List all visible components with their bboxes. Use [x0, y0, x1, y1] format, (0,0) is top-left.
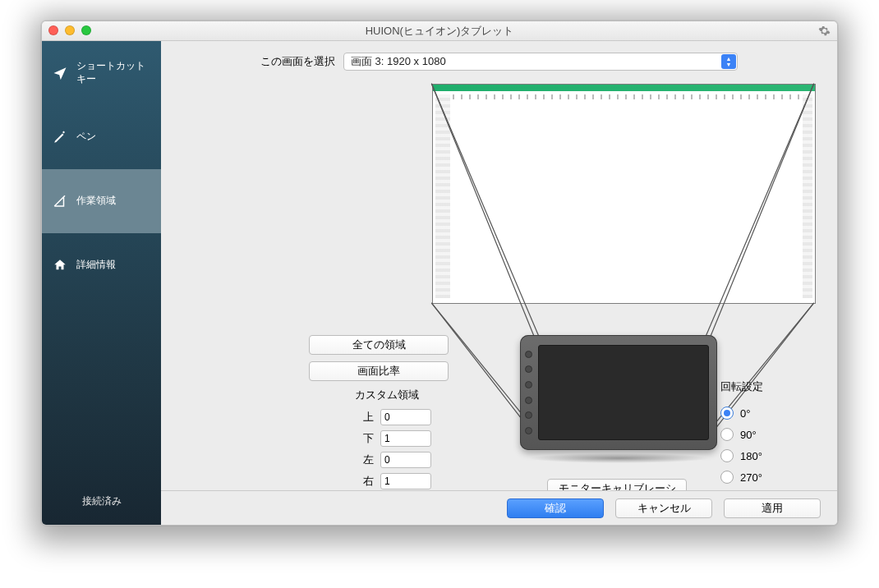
- minimize-icon[interactable]: [65, 25, 75, 35]
- monitor-preview[interactable]: [432, 84, 816, 304]
- ok-button[interactable]: 確認: [507, 498, 604, 518]
- bottom-input[interactable]: [380, 430, 431, 447]
- main-panel: この画面を選択 画面 3: 1920 x 1080 ▲▼: [161, 41, 837, 525]
- sidebar-item-label: ショートカットキー: [76, 60, 151, 85]
- sidebar-item-work-area[interactable]: 作業領域: [42, 169, 161, 233]
- rotate-option-label: 270°: [740, 471, 762, 484]
- screen-select-label: この画面を選択: [260, 54, 335, 69]
- rotate-option-0[interactable]: 0°: [720, 402, 811, 424]
- cancel-button[interactable]: キャンセル: [615, 498, 712, 518]
- sidebar-item-label: 作業領域: [76, 195, 116, 208]
- custom-area-title: カスタム領域: [313, 388, 461, 402]
- window-title: HUION(ヒュイオン)タブレット: [42, 24, 837, 39]
- preferences-window: HUION(ヒュイオン)タブレット ショートカットキー ペン: [41, 21, 838, 526]
- radio-icon: [720, 449, 734, 462]
- rotate-option-label: 180°: [740, 450, 762, 462]
- titlebar: HUION(ヒュイオン)タブレット: [42, 21, 837, 41]
- screen-select-value: 画面 3: 1920 x 1080: [351, 54, 446, 69]
- top-label: 上: [357, 410, 374, 425]
- screen-select[interactable]: 画面 3: 1920 x 1080 ▲▼: [343, 53, 738, 71]
- sidebar-item-about[interactable]: 詳細情報: [42, 233, 161, 297]
- ruler-icon: [52, 193, 68, 209]
- rotate-option-90[interactable]: 90°: [720, 424, 811, 445]
- dialog-footer: 確認 キャンセル 適用: [161, 490, 837, 525]
- right-input[interactable]: [380, 473, 431, 489]
- radio-icon: [720, 471, 734, 484]
- gear-icon[interactable]: [818, 25, 831, 40]
- apply-button[interactable]: 適用: [724, 498, 821, 518]
- sidebar-item-shortcut-keys[interactable]: ショートカットキー: [42, 41, 161, 105]
- radio-icon: [720, 428, 734, 441]
- left-input[interactable]: [380, 452, 431, 468]
- rotate-title: 回転設定: [720, 379, 811, 394]
- screen-ratio-button[interactable]: 画面比率: [309, 361, 449, 381]
- left-label: 左: [357, 452, 374, 467]
- tablet-preview[interactable]: [520, 335, 717, 450]
- sidebar: ショートカットキー ペン 作業領域 詳細情報 接続済み: [42, 41, 161, 525]
- rotate-option-label: 90°: [740, 429, 757, 441]
- rotate-group: 回転設定 0° 90° 180° 270°: [720, 379, 811, 488]
- right-label: 右: [357, 474, 374, 489]
- full-area-button[interactable]: 全ての領域: [309, 335, 449, 355]
- bottom-label: 下: [357, 431, 374, 446]
- close-icon[interactable]: [48, 25, 58, 35]
- cursor-icon: [52, 65, 68, 81]
- sidebar-item-label: 詳細情報: [76, 259, 116, 272]
- top-input[interactable]: [380, 409, 431, 425]
- home-icon: [52, 257, 68, 273]
- chevron-up-down-icon: ▲▼: [721, 54, 736, 69]
- rotate-option-180[interactable]: 180°: [720, 445, 811, 466]
- rotate-option-270[interactable]: 270°: [720, 466, 811, 488]
- rotate-option-label: 0°: [740, 407, 750, 420]
- radio-icon: [720, 407, 734, 420]
- zoom-icon[interactable]: [81, 25, 91, 35]
- pen-icon: [52, 129, 68, 145]
- sidebar-item-label: ペン: [76, 131, 96, 144]
- sidebar-item-pen[interactable]: ペン: [42, 105, 161, 169]
- connection-status: 接続済み: [42, 481, 161, 525]
